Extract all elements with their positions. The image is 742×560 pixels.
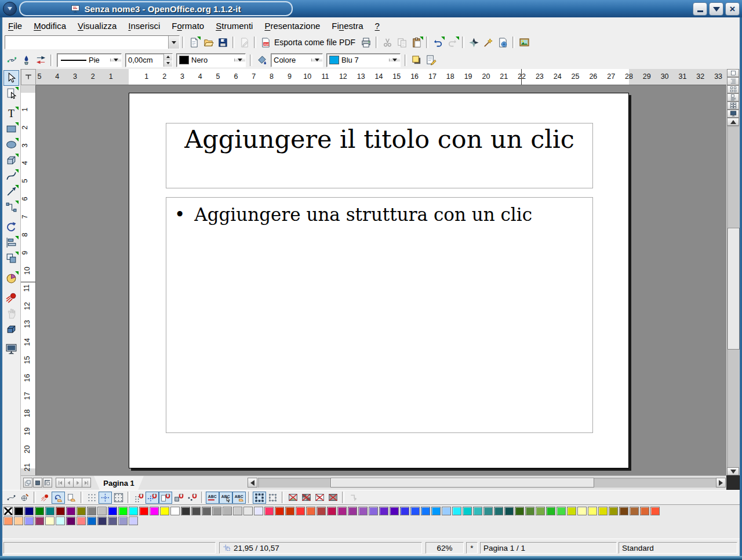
fill-type-dropdown-icon[interactable] xyxy=(311,59,322,61)
color-swatch[interactable] xyxy=(546,507,555,515)
undo-button[interactable] xyxy=(431,35,445,50)
rotate-button[interactable] xyxy=(3,219,19,235)
text-button[interactable]: T xyxy=(3,106,19,121)
color-swatch[interactable] xyxy=(327,507,336,515)
color-swatch[interactable] xyxy=(369,507,378,515)
quick-editing-button[interactable]: ABC xyxy=(206,492,219,504)
color-swatch[interactable] xyxy=(337,507,347,515)
fill-type-combo[interactable]: Colore xyxy=(271,53,323,67)
navigator-button[interactable] xyxy=(467,35,481,50)
color-swatch[interactable] xyxy=(379,507,388,515)
color-swatch[interactable] xyxy=(609,507,618,515)
close-button[interactable]: × xyxy=(725,2,740,16)
snap-to-page-margins-button[interactable] xyxy=(159,492,172,504)
color-swatch[interactable] xyxy=(129,517,138,525)
simple-handles-button[interactable] xyxy=(253,492,266,504)
color-swatch[interactable] xyxy=(108,517,117,525)
color-swatch[interactable] xyxy=(150,507,159,515)
copy-button[interactable] xyxy=(395,35,409,50)
curve-button[interactable] xyxy=(3,168,19,184)
workspace[interactable]: Aggiungere il titolo con un clic •Aggiun… xyxy=(36,85,726,475)
color-swatch[interactable] xyxy=(577,507,587,515)
outline-view-button[interactable] xyxy=(727,77,739,85)
outline-placeholder[interactable]: •Aggiungere una struttura con un clic xyxy=(166,197,593,433)
fill-color-combo[interactable]: Blu 7 xyxy=(326,53,401,67)
status-page-cell[interactable]: Pagina 1 / 1 xyxy=(480,542,617,554)
line-contour-button[interactable] xyxy=(326,492,340,504)
color-swatch[interactable] xyxy=(254,507,263,515)
color-swatch[interactable] xyxy=(431,507,441,515)
menu-file[interactable]: File xyxy=(2,19,28,32)
color-swatch[interactable] xyxy=(108,507,117,515)
handout-view-button[interactable] xyxy=(727,101,739,110)
page-tab[interactable]: Pagina 1 xyxy=(94,476,144,490)
color-swatch[interactable] xyxy=(598,507,608,515)
paste-button[interactable] xyxy=(409,35,424,50)
horizontal-ruler[interactable]: 5432112345678910111213141516171819202122… xyxy=(36,69,726,85)
color-swatch[interactable] xyxy=(410,507,420,515)
color-swatch[interactable] xyxy=(390,507,399,515)
first-page-button[interactable] xyxy=(56,478,65,488)
color-swatch[interactable] xyxy=(556,507,566,515)
insert-button[interactable] xyxy=(3,270,19,286)
color-swatch[interactable] xyxy=(452,507,461,515)
color-swatch[interactable] xyxy=(296,507,305,515)
color-swatch[interactable] xyxy=(650,507,660,515)
menu-formato[interactable]: Formato xyxy=(166,19,210,32)
menu-modifica[interactable]: Modifica xyxy=(28,19,72,32)
ink-pen-button[interactable] xyxy=(19,53,34,67)
hyperlink-button[interactable] xyxy=(496,35,510,50)
snap-to-object-border-button[interactable] xyxy=(172,492,186,504)
menu-finestra[interactable]: Finestra xyxy=(326,19,369,32)
color-swatch[interactable] xyxy=(45,517,54,525)
show-grid-button[interactable] xyxy=(85,492,99,504)
url-combo[interactable] xyxy=(5,35,180,49)
transition-mode-button[interactable] xyxy=(65,492,78,504)
status-zoom-cell[interactable]: 62% xyxy=(425,542,464,554)
slide-view-button[interactable] xyxy=(727,85,739,93)
connector-button[interactable] xyxy=(3,199,19,215)
color-swatch[interactable] xyxy=(640,507,649,515)
3d-objects-button[interactable] xyxy=(3,152,19,168)
color-swatch[interactable] xyxy=(619,507,628,515)
color-swatch[interactable] xyxy=(66,507,75,515)
color-swatch[interactable] xyxy=(588,507,597,515)
color-swatch[interactable] xyxy=(24,517,34,525)
color-swatch[interactable] xyxy=(202,507,211,515)
url-dropdown-icon[interactable] xyxy=(168,36,179,49)
color-swatch[interactable] xyxy=(77,517,86,525)
color-swatch[interactable] xyxy=(3,517,13,525)
color-swatch[interactable] xyxy=(275,507,284,515)
color-swatch[interactable] xyxy=(181,507,190,515)
menu-strumenti[interactable]: Strumenti xyxy=(210,19,259,32)
scroll-right-button[interactable] xyxy=(716,478,726,488)
maximize-button[interactable] xyxy=(709,2,723,16)
3d-effects-button[interactable] xyxy=(3,321,19,337)
color-swatch-invisible[interactable] xyxy=(3,507,13,515)
color-swatch[interactable] xyxy=(515,507,524,515)
status-style-cell[interactable]: Standard xyxy=(619,542,737,554)
color-swatch[interactable] xyxy=(525,507,534,515)
ruler-origin[interactable] xyxy=(21,69,36,85)
menu-presentazione[interactable]: Presentazione xyxy=(259,19,326,32)
line-style-dropdown-icon[interactable] xyxy=(110,59,121,61)
arrow-style-button[interactable] xyxy=(34,53,48,67)
contour-mode-button[interactable] xyxy=(300,492,313,504)
new-document-button[interactable] xyxy=(187,35,201,50)
last-page-button[interactable] xyxy=(82,478,91,488)
line-width-up-icon[interactable] xyxy=(164,54,172,60)
layer-mode-button[interactable] xyxy=(43,478,52,488)
color-swatch[interactable] xyxy=(212,507,221,515)
color-swatch[interactable] xyxy=(129,507,138,515)
status-position-cell[interactable]: 21,95 / 10,57 xyxy=(219,542,422,554)
color-swatch[interactable] xyxy=(14,517,23,525)
snap-to-object-points-button[interactable] xyxy=(186,492,199,504)
presentation-style-button[interactable] xyxy=(424,53,438,67)
menu-visualizza[interactable]: Visualizza xyxy=(72,19,122,32)
page-mode-button[interactable] xyxy=(23,478,32,488)
color-swatch[interactable] xyxy=(264,507,274,515)
vertical-ruler[interactable]: 123456789101112131415161718192021 xyxy=(21,85,36,475)
next-page-button[interactable] xyxy=(73,478,82,488)
color-swatch[interactable] xyxy=(56,507,65,515)
horizontal-scrollbar-thumb[interactable] xyxy=(330,478,594,488)
